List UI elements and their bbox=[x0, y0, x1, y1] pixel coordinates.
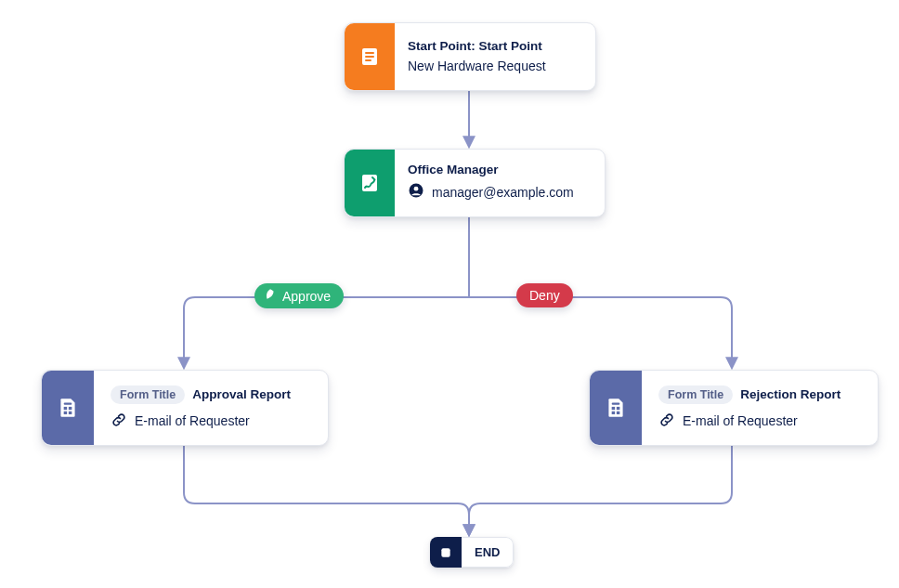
approver-email: manager@example.com bbox=[432, 185, 574, 200]
start-title: Start Point: Start Point bbox=[408, 39, 580, 53]
approve-badge: Approve bbox=[254, 283, 344, 308]
approve-label: Approve bbox=[282, 289, 331, 304]
approve-form-field: E-mail of Requester bbox=[135, 413, 250, 428]
link-icon bbox=[111, 412, 127, 431]
approver-node[interactable]: Office Manager manager@example.com bbox=[344, 149, 606, 217]
deny-form-title: Rejection Report bbox=[740, 387, 840, 401]
svg-rect-9 bbox=[64, 412, 67, 414]
link-icon bbox=[658, 412, 675, 431]
deny-badge: Deny bbox=[516, 283, 573, 307]
svg-rect-16 bbox=[612, 403, 620, 405]
svg-rect-4 bbox=[362, 175, 377, 191]
svg-rect-10 bbox=[69, 412, 72, 414]
svg-rect-15 bbox=[617, 412, 619, 414]
svg-rect-11 bbox=[64, 403, 72, 405]
end-label: END bbox=[462, 537, 514, 568]
form-icon bbox=[590, 371, 642, 445]
svg-rect-1 bbox=[365, 52, 374, 54]
approver-title: Office Manager bbox=[408, 163, 590, 176]
form-title-pill: Form Title bbox=[111, 385, 185, 404]
signature-icon bbox=[345, 150, 395, 216]
start-node[interactable]: Start Point: Start Point New Hardware Re… bbox=[344, 22, 596, 91]
svg-rect-2 bbox=[365, 56, 374, 58]
svg-rect-17 bbox=[441, 548, 450, 556]
svg-rect-8 bbox=[69, 407, 72, 410]
end-node[interactable]: END bbox=[430, 537, 514, 568]
svg-rect-14 bbox=[612, 412, 615, 414]
form-title-pill: Form Title bbox=[658, 385, 733, 404]
document-icon bbox=[345, 23, 395, 90]
deny-label: Deny bbox=[529, 288, 560, 303]
approve-form-node[interactable]: Form Title Approval Report E-mail of Req… bbox=[41, 370, 329, 446]
form-icon bbox=[42, 371, 94, 445]
user-icon bbox=[408, 182, 424, 202]
leaf-icon bbox=[264, 288, 277, 304]
svg-rect-7 bbox=[64, 407, 67, 410]
approve-form-title: Approval Report bbox=[192, 387, 291, 401]
svg-rect-13 bbox=[617, 407, 619, 410]
svg-rect-12 bbox=[612, 407, 615, 410]
deny-form-node[interactable]: Form Title Rejection Report E-mail of Re… bbox=[589, 370, 879, 446]
workflow-diagram: Start Point: Start Point New Hardware Re… bbox=[0, 0, 899, 588]
start-subtitle: New Hardware Request bbox=[408, 59, 580, 73]
svg-rect-3 bbox=[365, 59, 371, 61]
stop-icon bbox=[430, 537, 462, 568]
deny-form-field: E-mail of Requester bbox=[683, 413, 798, 428]
svg-point-6 bbox=[414, 187, 419, 191]
